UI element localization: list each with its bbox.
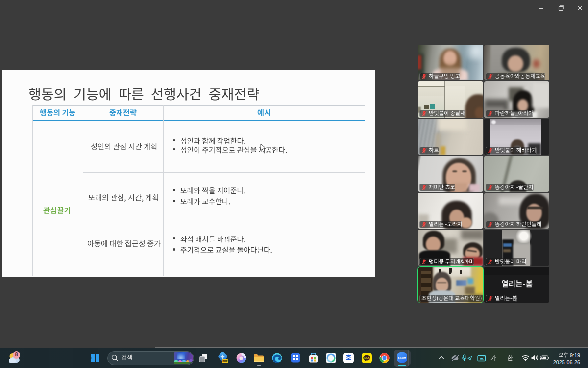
svg-text:TALK: TALK	[364, 357, 370, 359]
svg-text:PRE: PRE	[222, 360, 228, 363]
